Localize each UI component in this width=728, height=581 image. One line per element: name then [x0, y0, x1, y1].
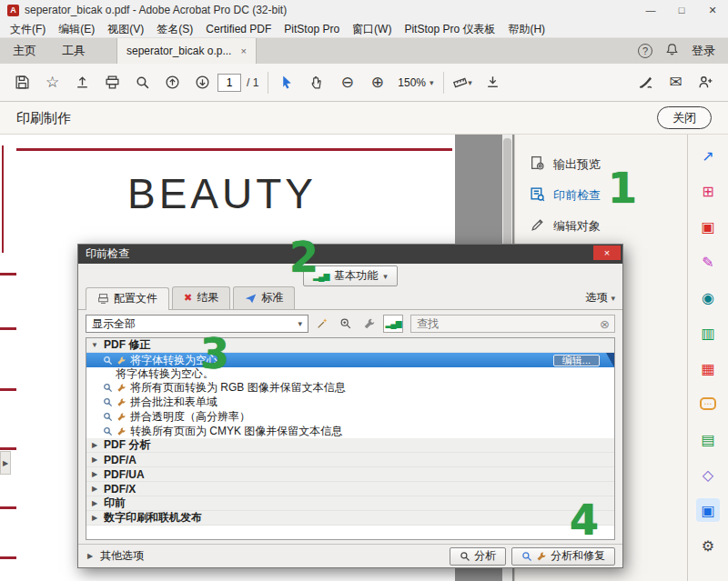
options-menu-button[interactable]: 选项 ▾ — [585, 290, 615, 309]
protect-icon[interactable]: ◇ — [696, 463, 720, 486]
panel-item-output-preview[interactable]: 输出预览 — [515, 149, 687, 180]
export-pdf-icon[interactable]: ↗ — [696, 144, 720, 167]
help-icon[interactable]: ? — [638, 44, 652, 58]
current-tool-icon[interactable]: ▣ — [696, 498, 720, 522]
search-input[interactable] — [411, 317, 600, 330]
magnifier-mini-icon — [103, 412, 113, 422]
minimize-button[interactable]: — — [635, 0, 666, 20]
maximize-button[interactable]: □ — [666, 0, 697, 20]
tab-document[interactable]: seperator_bicak o.p... × — [116, 38, 257, 64]
bars-icon: ▂▄▆ — [385, 319, 400, 328]
clear-search-icon[interactable]: ⊗ — [600, 317, 610, 331]
panel-item-preflight[interactable]: 印前检查 — [515, 180, 687, 211]
analyze-and-fix-button[interactable]: 分析和修复 — [511, 547, 615, 566]
list-item[interactable]: 转换所有页面为 CMYK 图像并保留文本信息 — [86, 424, 614, 438]
hand-tool-icon[interactable] — [302, 69, 332, 96]
comment-icon[interactable]: ⋯ — [696, 392, 720, 416]
redact-icon[interactable]: ▦ — [696, 356, 720, 380]
window-titlebar: A seperator_bicak o.pdf - Adobe Acrobat … — [0, 0, 728, 20]
menu-file[interactable]: 文件(F) — [4, 20, 52, 38]
panel-item-edit-object[interactable]: 编辑对象 — [515, 211, 687, 242]
output-preview-tool-icon[interactable]: ◉ — [696, 285, 720, 309]
menu-view[interactable]: 视图(V) — [101, 20, 150, 38]
show-all-dropdown[interactable]: 显示全部 ▾ — [86, 315, 308, 333]
group-prepress[interactable]: ▶ 印前 — [86, 496, 614, 511]
tab-document-label: seperator_bicak o.p... — [126, 45, 231, 57]
tab-standards[interactable]: 标准 — [233, 286, 295, 309]
list-item[interactable]: 拼合透明度（高分辨率） — [86, 409, 614, 424]
edit-profile-button[interactable]: 编辑... — [553, 355, 600, 366]
sign-pen-icon[interactable] — [631, 69, 661, 96]
analyze-button[interactable]: 分析 — [450, 547, 506, 566]
left-panel-toggle[interactable]: ▶ — [0, 451, 11, 475]
measure-tool-icon[interactable]: ▾ — [448, 69, 478, 96]
close-tab-icon[interactable]: × — [240, 45, 246, 56]
zoom-out-icon[interactable]: ⊖ — [332, 69, 362, 96]
combine-files-icon[interactable]: ⊞ — [696, 179, 720, 203]
chevron-down-icon: ▾ — [383, 272, 388, 281]
preflight-tool-icon[interactable]: ▥ — [696, 321, 720, 345]
menu-help[interactable]: 帮助(H) — [501, 20, 551, 38]
signin-button[interactable]: 登录 — [692, 43, 715, 59]
tab-results[interactable]: ✖ 结果 — [172, 286, 230, 309]
wrench-fixup-icon[interactable] — [359, 315, 379, 333]
group-digital-printing[interactable]: ▶ 数字印刷和联机发布 — [86, 511, 614, 526]
notifications-bell-icon[interactable] — [665, 43, 679, 60]
menu-certified-pdf[interactable]: Certified PDF — [199, 20, 278, 38]
toolbar-separator — [268, 72, 268, 94]
group-pdf-a[interactable]: ▶ PDF/A — [86, 453, 614, 467]
zoom-level-dropdown[interactable]: 150% ▾ — [392, 75, 439, 91]
dialog-bottom-bar: ▶ 其他选项 分析 分析和修复 — [78, 544, 622, 567]
triangle-collapsed-icon: ▶ — [90, 499, 99, 507]
close-window-button[interactable]: ✕ — [697, 0, 728, 20]
zoom-in-icon[interactable]: ⊕ — [362, 69, 392, 96]
favorite-flag-icon[interactable] — [606, 353, 614, 367]
separation-mark — [0, 447, 16, 450]
star-favorite-icon[interactable]: ☆ — [37, 69, 67, 96]
list-item[interactable]: 拼合批注和表单域 — [86, 395, 614, 409]
search-icon[interactable] — [127, 69, 157, 96]
page-layout-tool-icon[interactable] — [478, 69, 508, 96]
group-pdf-fixups[interactable]: ▼ PDF 修正 — [86, 338, 614, 353]
group-pdf-ua[interactable]: ▶ PDF/UA — [86, 467, 614, 482]
edit-pdf-icon[interactable]: ▣ — [696, 215, 720, 238]
tab-tools[interactable]: 工具 — [49, 38, 98, 64]
list-item-selected[interactable]: 将字体转换为空心 编辑... — [86, 353, 614, 367]
menu-window[interactable]: 窗口(W) — [346, 20, 398, 38]
select-cursor-icon[interactable] — [272, 69, 302, 96]
menu-pitstop-dashboard[interactable]: PitStop Pro 仪表板 — [398, 20, 501, 38]
previous-page-icon[interactable] — [157, 69, 187, 96]
save-icon[interactable] — [7, 69, 37, 96]
group-pdf-x[interactable]: ▶ PDF/X — [86, 482, 614, 496]
profile-group-view-button[interactable]: ▂▄▆ — [383, 315, 403, 333]
more-tools-icon[interactable]: ⚙ — [696, 534, 720, 557]
triangle-collapsed-icon: ▶ — [86, 552, 95, 560]
magnifier-options-icon[interactable] — [336, 315, 356, 333]
page-number-input[interactable] — [217, 74, 241, 92]
group-pdf-analysis[interactable]: ▶ PDF 分析 — [86, 438, 614, 453]
tab-profiles[interactable]: 配置文件 — [86, 287, 169, 310]
close-print-production-button[interactable]: 关闭 — [657, 106, 712, 129]
print-production-bar: 印刷制作 关闭 — [0, 102, 728, 135]
dialog-titlebar[interactable]: 印前检查 × — [78, 245, 622, 264]
list-item[interactable]: 将所有页面转换为 RGB 图像并保留文本信息 — [86, 380, 614, 395]
step-annotation-2: 2 — [289, 233, 318, 282]
menu-sign[interactable]: 签名(S) — [150, 20, 199, 38]
tab-strip: 主页 工具 seperator_bicak o.p... × ? 登录 — [0, 38, 728, 64]
add-person-icon[interactable] — [691, 69, 721, 96]
menu-edit[interactable]: 编辑(E) — [52, 20, 101, 38]
menu-pitstop-pro[interactable]: PitStop Pro — [278, 20, 346, 38]
panel-item-label: 输出预览 — [553, 156, 601, 173]
print-production-tool-icon[interactable]: ▤ — [696, 427, 720, 451]
dialog-close-button[interactable]: × — [593, 245, 621, 260]
email-envelope-icon[interactable]: ✉ — [661, 69, 691, 96]
other-options-toggle[interactable]: 其他选项 — [100, 548, 144, 564]
tab-home[interactable]: 主页 — [0, 38, 49, 64]
scrollbar-thumb[interactable] — [503, 138, 511, 247]
share-upload-icon[interactable] — [67, 69, 97, 96]
fill-sign-icon[interactable]: ✎ — [696, 250, 720, 274]
wand-new-profile-icon[interactable] — [312, 315, 332, 333]
print-icon[interactable] — [97, 69, 127, 96]
tools-rail: ↗ ⊞ ▣ ✎ ◉ ▥ ▦ ⋯ ▤ ◇ ▣ ⚙ — [687, 135, 728, 581]
next-page-icon[interactable] — [187, 69, 217, 96]
